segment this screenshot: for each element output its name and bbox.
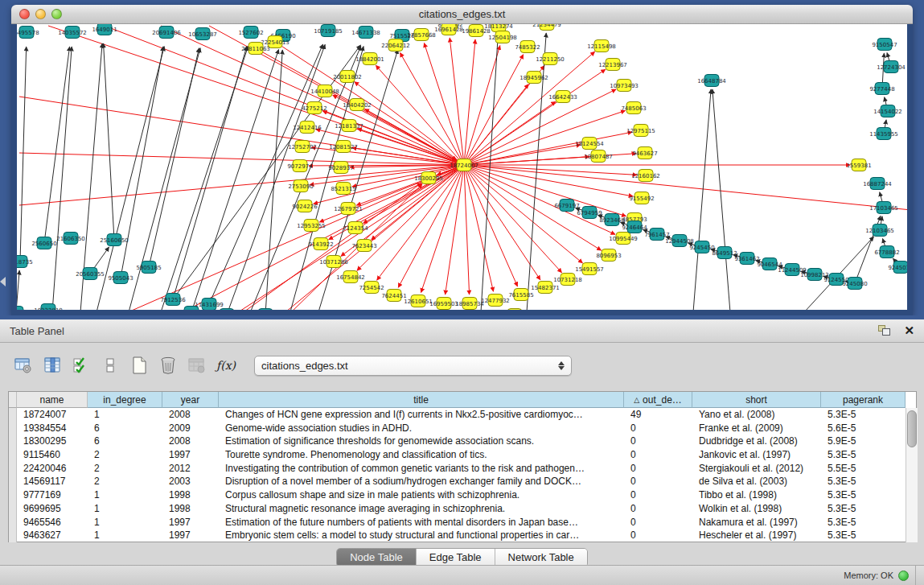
graph-node-yellow[interactable]: 21254479 xyxy=(532,24,561,31)
graph-node-teal[interactable]: 9318735 xyxy=(17,256,33,268)
citation-edge[interactable] xyxy=(161,46,248,310)
citation-edge-red[interactable] xyxy=(450,38,464,165)
graph-node-yellow[interactable]: 12504198 xyxy=(488,31,517,43)
graph-node-teal[interactable]: 20691406 xyxy=(152,27,181,39)
graph-node-yellow[interactable]: 18404202 xyxy=(343,99,372,111)
column-header-short[interactable]: short xyxy=(692,392,821,408)
graph-node-teal[interactable]: 6778882 xyxy=(874,246,899,258)
graph-node-teal[interactable]: 11435955 xyxy=(869,128,898,140)
graph-node-yellow[interactable]: 10807487 xyxy=(584,150,613,163)
graph-node-yellow[interactable]: 7254542 xyxy=(359,282,384,294)
graph-node-teal[interactable]: 8649512 xyxy=(712,247,737,259)
citation-edge-red[interactable] xyxy=(19,165,464,205)
table-row[interactable]: 946554611997Estimation of the future num… xyxy=(17,516,906,529)
float-panel-icon[interactable] xyxy=(878,325,891,336)
table-row[interactable]: 1872400712008Changes of HCN gene express… xyxy=(17,408,906,422)
graph-node-teal[interactable]: 9245032 xyxy=(888,262,907,274)
citation-edge-red[interactable] xyxy=(464,165,562,273)
citation-edge[interactable] xyxy=(52,47,72,310)
graph-node-teal[interactable]: 20560355 xyxy=(76,268,105,280)
graph-node-yellow[interactable]: 20011802 xyxy=(333,71,362,83)
vertical-scrollbar[interactable] xyxy=(906,408,918,542)
table-row[interactable]: 1456911722003Disruption of a novel membe… xyxy=(17,475,906,488)
graph-node-teal[interactable]: 1527602 xyxy=(238,27,263,39)
graph-node-teal[interactable]: 7912536 xyxy=(160,294,186,306)
tab-edge-table[interactable]: Edge Table xyxy=(417,549,495,566)
graph-node-teal[interactable]: 9277448 xyxy=(869,83,894,95)
graph-node-teal[interactable]: 9361462 xyxy=(734,253,759,265)
graph-node-yellow[interactable]: 2753090 xyxy=(288,180,313,192)
graph-node-yellow[interactable]: 7615585 xyxy=(508,289,533,301)
graph-node-teal[interactable]: 12103465 xyxy=(865,225,894,237)
citation-edge-red[interactable] xyxy=(464,84,528,165)
graph-node-teal[interactable]: 10332810 xyxy=(34,304,63,311)
graph-node-teal[interactable]: 14671338 xyxy=(351,27,380,39)
graph-node-yellow[interactable]: 9245012 xyxy=(502,309,527,311)
graph-node-yellow[interactable]: 12160162 xyxy=(631,170,660,182)
table-selector-dropdown[interactable]: citations_edges.txt xyxy=(254,356,572,376)
graph-node-yellow[interactable]: 16961428 xyxy=(434,24,463,35)
graph-node-yellow[interactable]: 15491557 xyxy=(575,263,604,275)
graph-node-yellow[interactable]: 12477932 xyxy=(481,295,510,307)
graph-node-teal[interactable]: 7552650 xyxy=(253,309,277,311)
graph-node-yellow[interactable]: 18985734 xyxy=(455,298,484,310)
citation-edge-red[interactable] xyxy=(464,51,595,165)
graph-node-teal[interactable]: 25160650 xyxy=(100,234,129,246)
tab-network-table[interactable]: Network Table xyxy=(495,549,587,566)
graph-node-teal[interactable]: 16648784 xyxy=(697,75,726,87)
citation-edge[interactable] xyxy=(713,89,730,310)
graph-node-yellow[interactable]: 9463627 xyxy=(632,147,657,159)
graph-node-yellow[interactable]: 18124554 xyxy=(575,138,604,150)
graph-node-yellow[interactable]: 18945962 xyxy=(519,72,548,84)
table-row[interactable]: 1830029562008Estimation of significance … xyxy=(17,435,906,448)
graph-node-yellow[interactable]: 1559381 xyxy=(846,159,871,171)
graph-node-teal[interactable]: 6794959 xyxy=(577,207,602,219)
graph-node-teal[interactable]: 10653287 xyxy=(188,28,217,40)
citation-edge[interactable] xyxy=(209,44,323,304)
show-columns-icon[interactable] xyxy=(42,355,63,376)
unselect-rows-icon[interactable] xyxy=(100,355,121,376)
graph-node-yellow[interactable]: 8096953 xyxy=(596,249,621,262)
graph-node-yellow[interactable]: 8521315 xyxy=(331,183,355,195)
select-all-icon[interactable] xyxy=(71,355,92,376)
graph-node-yellow[interactable]: 10973493 xyxy=(610,80,639,92)
citation-edge[interactable] xyxy=(227,44,325,310)
graph-node-yellow[interactable]: 9143922 xyxy=(308,238,333,250)
graph-node-teal[interactable]: 8923468 xyxy=(599,214,624,226)
close-icon[interactable]: ✕ xyxy=(904,325,914,336)
table-row[interactable]: 911546021997Tourette syndrome. Phenomeno… xyxy=(17,448,906,462)
graph-node-teal[interactable]: 6495578 xyxy=(17,27,39,39)
graph-node-teal[interactable]: 14154022 xyxy=(873,105,902,117)
graph-node-teal[interactable]: 14035572 xyxy=(58,27,87,39)
citation-edge[interactable] xyxy=(20,47,27,262)
graph-node-yellow[interactable]: 12115498 xyxy=(587,40,616,52)
citation-edge-red[interactable] xyxy=(105,26,464,165)
memory-ok-indicator[interactable] xyxy=(898,571,909,581)
citation-edge-red[interactable] xyxy=(446,165,464,295)
scrollbar-thumb[interactable] xyxy=(907,410,917,447)
graph-node-yellow[interactable]: 12081527 xyxy=(329,141,358,153)
graph-node-yellow[interactable]: 16754842 xyxy=(336,271,365,283)
graph-node-yellow[interactable]: 9028937 xyxy=(328,162,353,174)
citation-edge[interactable] xyxy=(17,270,19,310)
window-titlebar[interactable]: citations_edges.txt xyxy=(11,5,913,24)
citation-edge-red[interactable] xyxy=(355,82,464,165)
hide-west-panel-arrow[interactable] xyxy=(0,277,6,286)
graph-node-yellow[interactable]: 10371286 xyxy=(319,256,348,268)
graph-node-yellow[interactable]: 12610651 xyxy=(404,295,433,307)
graph-node-yellow[interactable]: 7485322 xyxy=(515,41,540,53)
graph-node-teal[interactable]: 9378586 xyxy=(17,307,29,311)
graph-node-teal[interactable]: 11431699 xyxy=(195,299,224,311)
table-row[interactable]: 946362711997Embryonic stem cells: a mode… xyxy=(17,529,906,542)
citation-edge[interactable] xyxy=(104,43,114,240)
graph-node-teal[interactable]: 1649011 xyxy=(92,24,117,35)
citation-edge-red[interactable] xyxy=(464,145,581,165)
graph-node-yellow[interactable]: 12679721 xyxy=(334,203,363,215)
table-row[interactable]: 2242004622012Investigating the contribut… xyxy=(17,462,906,476)
column-header-pagerank[interactable]: pagerank xyxy=(821,392,906,408)
table-row[interactable]: 977716911998Corpus callosum shape and si… xyxy=(17,488,906,502)
graph-node-yellow[interactable]: 7624451 xyxy=(381,290,406,302)
graph-node-teal[interactable]: 21606350 xyxy=(56,233,85,245)
column-header-title[interactable]: title xyxy=(219,392,624,408)
graph-node-yellow[interactable]: 7485063 xyxy=(621,102,646,114)
